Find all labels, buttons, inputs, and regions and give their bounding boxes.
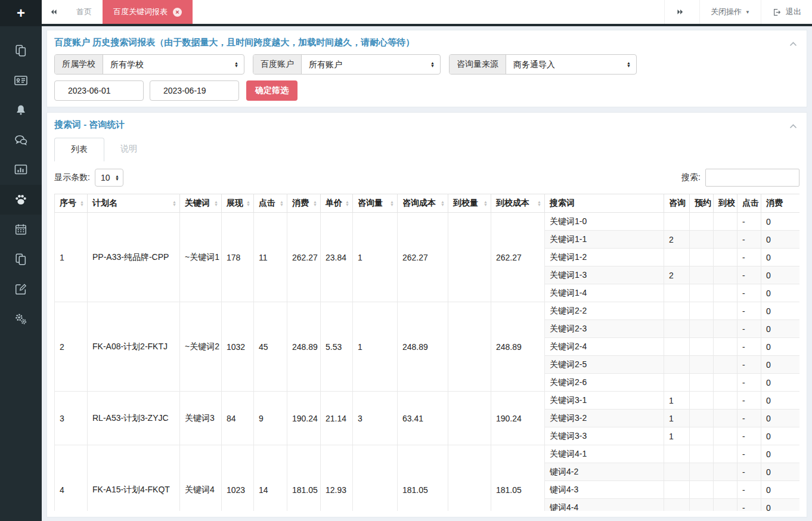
logout-button[interactable]: 退出 (761, 0, 812, 24)
close-operations-dropdown[interactable]: 关闭操作 ▼ (699, 0, 761, 24)
cell-term-cost: 0 (761, 374, 800, 392)
cell-term-click: - (737, 427, 761, 445)
column-header-arrivals[interactable]: 到校量▲▼ (448, 194, 491, 213)
date-from-input[interactable] (54, 80, 144, 101)
bell-icon (14, 104, 27, 117)
sidebar-item-documents-2[interactable] (0, 244, 42, 274)
sidebar-item-gears[interactable] (0, 304, 42, 334)
cell-term-reserve (690, 338, 714, 356)
table-search-input[interactable] (705, 169, 799, 187)
cell-plan: FK-A08-计划2-FKTJ (88, 302, 180, 392)
cell-term-inquiry (664, 284, 690, 302)
tab-description[interactable]: 说明 (104, 138, 153, 162)
sidebar-item-documents[interactable] (0, 36, 42, 66)
tabs-scroll-right-button[interactable] (664, 0, 699, 24)
filter-row-2: 确定筛选 (54, 80, 799, 101)
page-size-label: 显示条数: (54, 172, 90, 183)
cell-term-reserve (690, 410, 714, 427)
cell-term-cost: 0 (761, 302, 800, 320)
sort-icon: ▲▼ (172, 200, 176, 206)
topbar: 首页 百度关键词报表 × 关闭操作 ▼ 退出 (42, 0, 812, 26)
paw-icon (14, 193, 28, 207)
cell-term-inquiry (664, 499, 690, 511)
column-header-inquiry_cost[interactable]: 咨询成本▲▼ (398, 194, 448, 213)
cell-cost: 181.05 (287, 445, 321, 511)
sidebar-item-edit[interactable] (0, 274, 42, 304)
column-header-cost[interactable]: 消费▲▼ (287, 194, 321, 213)
tabs-scroll-left-button[interactable] (42, 0, 66, 24)
sidebar-logo-plus-button[interactable]: + (0, 0, 42, 26)
column-header-inquiries[interactable]: 咨询量▲▼ (353, 194, 398, 213)
cell-term-term: 关键词3-1 (545, 392, 664, 410)
sidebar-item-id-card[interactable] (0, 66, 42, 95)
column-header-plan[interactable]: 计划名▲▼ (88, 194, 180, 213)
filter-panel-title: 百度账户 历史搜索词报表（由于数据量大，且时间跨度越大，加载时间越久，请耐心等待… (54, 36, 799, 48)
cell-term-arrive (714, 463, 737, 481)
sidebar-item-chat[interactable] (0, 125, 42, 155)
school-select[interactable]: 所有学校 (103, 55, 244, 74)
table-row: 3RL-A53-计划3-ZYJC关键词3849190.2421.14363.41… (55, 392, 800, 410)
bar-chart-icon (14, 163, 28, 177)
sidebar-item-bar-chart[interactable] (0, 155, 42, 185)
cell-term-arrive (714, 445, 737, 463)
page-size-control: 显示条数: 10 ▲▼ (54, 169, 123, 187)
chevron-up-icon (789, 124, 797, 129)
data-table-container: 序号▲▼计划名▲▼关键词▲▼展现▲▼点击▲▼消费▲▼单价▲▼咨询量▲▼咨询成本▲… (54, 194, 799, 511)
date-to-input[interactable] (150, 80, 239, 101)
sidebar: + (0, 0, 42, 521)
page-size-select[interactable]: 10 (95, 169, 123, 186)
column-header-keyword[interactable]: 关键词▲▼ (180, 194, 222, 213)
column-header-clicks[interactable]: 点击▲▼ (254, 194, 287, 213)
cell-term-click: - (737, 302, 761, 320)
stats-tabs: 列表 说明 (54, 138, 799, 162)
cell-term-term: 关键词1-3 (545, 266, 664, 284)
cell-term-click: - (737, 392, 761, 410)
cell-term-click: - (737, 338, 761, 356)
column-header-impressions[interactable]: 展现▲▼ (222, 194, 254, 213)
cell-term-term: 键词4-4 (545, 499, 664, 511)
cell-term-inquiry: 1 (664, 427, 690, 445)
cell-term-click: - (737, 266, 761, 284)
cell-term-inquiry (664, 249, 690, 266)
double-chevron-right-icon (675, 8, 684, 16)
sidebar-item-baidu-paw[interactable] (0, 185, 42, 215)
column-header-seq[interactable]: 序号▲▼ (55, 194, 88, 213)
logout-label: 退出 (786, 7, 801, 17)
cell-term-term: 关键词3-2 (545, 410, 664, 427)
sort-icon: ▲▼ (441, 200, 445, 206)
cell-term-arrive (714, 374, 737, 392)
edit-icon (14, 283, 27, 296)
cell-cost: 262.27 (287, 213, 321, 302)
sort-icon: ▲▼ (484, 200, 488, 206)
cell-term-reserve (690, 481, 714, 499)
tab-baidu-keyword-report[interactable]: 百度关键词报表 × (103, 0, 193, 24)
tab-list[interactable]: 列表 (54, 138, 104, 162)
confirm-filter-button[interactable]: 确定筛选 (246, 80, 297, 101)
column-header-term_inquiry: 咨询 (664, 194, 690, 213)
tab-close-icon[interactable]: × (173, 8, 182, 17)
close-operations-label: 关闭操作 (711, 7, 742, 17)
column-header-cpc[interactable]: 单价▲▼ (321, 194, 353, 213)
cell-cost: 190.24 (287, 392, 321, 445)
column-header-term_cost: 消费 (761, 194, 800, 213)
table-search-label: 搜索: (681, 172, 701, 183)
cell-inquiries (353, 445, 398, 511)
cell-inquiries: 1 (353, 213, 398, 302)
collapse-panel-button[interactable] (789, 121, 797, 131)
cell-cpc: 12.93 (321, 445, 353, 511)
column-header-arrival_cost[interactable]: 到校成本▲▼ (491, 194, 545, 213)
collapse-panel-button[interactable] (789, 39, 797, 48)
cell-term-inquiry: 1 (664, 410, 690, 427)
cell-term-cost: 0 (761, 410, 800, 427)
sort-icon: ▲▼ (390, 200, 394, 206)
tab-home[interactable]: 首页 (66, 0, 103, 24)
cell-term-arrive (714, 213, 737, 231)
sidebar-item-bell[interactable] (0, 95, 42, 125)
account-select[interactable]: 所有账户 (302, 55, 440, 74)
cell-term-cost: 0 (761, 481, 800, 499)
sort-icon: ▲▼ (313, 200, 317, 206)
cell-term-arrive (714, 231, 737, 249)
inquiry-source-select[interactable]: 商务通导入 (506, 55, 636, 74)
cell-term-reserve (690, 320, 714, 338)
sidebar-item-calendar[interactable] (0, 215, 42, 244)
